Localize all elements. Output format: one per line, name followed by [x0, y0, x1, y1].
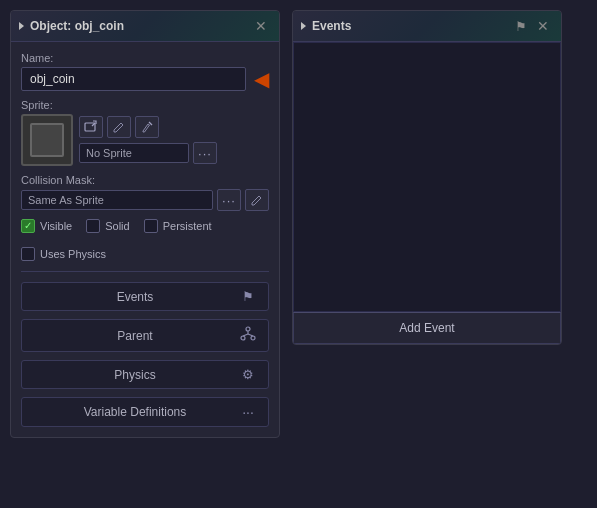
sprite-more-button[interactable]: ··· — [193, 142, 217, 164]
events-panel-title: Events — [301, 19, 351, 33]
object-panel: Object: obj_coin ✕ Name: ◀ Sprite: — [10, 10, 280, 438]
add-event-button[interactable]: Add Event — [293, 312, 561, 344]
collision-mask-input[interactable] — [21, 190, 213, 210]
persistent-label: Persistent — [163, 220, 212, 232]
persistent-checkbox[interactable] — [144, 219, 158, 233]
events-header-flag-icon: ⚑ — [515, 19, 527, 34]
collision-row: ··· — [21, 189, 269, 211]
events-panel-header: Events ⚑ ✕ — [293, 11, 561, 42]
visible-label: Visible — [40, 220, 72, 232]
object-panel-title: Object: obj_coin — [19, 19, 124, 33]
sprite-label: Sprite: — [21, 99, 269, 111]
collision-more-button[interactable]: ··· — [217, 189, 241, 211]
solid-checkbox-item[interactable]: Solid — [86, 219, 129, 233]
object-panel-body: Name: ◀ Sprite: — [11, 42, 279, 437]
persistent-checkbox-item[interactable]: Persistent — [144, 219, 212, 233]
svg-point-3 — [241, 336, 245, 340]
parent-section-button[interactable]: Parent — [21, 319, 269, 352]
add-event-label: Add Event — [399, 321, 454, 335]
variable-definitions-dots-icon: ··· — [238, 404, 258, 420]
physics-gear-icon: ⚙ — [238, 367, 258, 382]
events-list-area — [293, 42, 561, 312]
events-close-button[interactable]: ✕ — [533, 17, 553, 35]
object-title-label: Object: obj_coin — [30, 19, 124, 33]
variable-definitions-section-button[interactable]: Variable Definitions ··· — [21, 397, 269, 427]
svg-line-6 — [243, 334, 248, 336]
solid-checkbox[interactable] — [86, 219, 100, 233]
parent-hierarchy-icon — [238, 326, 258, 345]
object-panel-header: Object: obj_coin ✕ — [11, 11, 279, 42]
uses-physics-label: Uses Physics — [40, 248, 106, 260]
physics-section-button[interactable]: Physics ⚙ — [21, 360, 269, 389]
name-input[interactable] — [21, 67, 246, 91]
sprite-top-row — [79, 116, 217, 138]
svg-line-7 — [248, 334, 253, 336]
sprite-row: ··· — [21, 114, 269, 166]
variable-definitions-button-label: Variable Definitions — [32, 405, 238, 419]
sprite-preview[interactable] — [21, 114, 73, 166]
svg-point-2 — [246, 327, 250, 331]
sprite-name-input[interactable] — [79, 143, 189, 163]
events-title-label: Events — [312, 19, 351, 33]
sprite-name-row: ··· — [79, 142, 217, 164]
parent-button-label: Parent — [32, 329, 238, 343]
divider-1 — [21, 271, 269, 272]
sprite-edit-button[interactable] — [107, 116, 131, 138]
solid-label: Solid — [105, 220, 129, 232]
collision-edit-button[interactable] — [245, 189, 269, 211]
workspace: Object: obj_coin ✕ Name: ◀ Sprite: — [0, 0, 597, 508]
uses-physics-checkbox[interactable] — [21, 247, 35, 261]
collision-label: Collision Mask: — [21, 174, 269, 186]
name-section: Name: ◀ — [21, 52, 269, 91]
visible-checkbox[interactable]: ✓ — [21, 219, 35, 233]
sprite-browse-button[interactable] — [79, 116, 103, 138]
sprite-inner — [30, 123, 64, 157]
events-flag-icon: ⚑ — [238, 289, 258, 304]
events-button-label: Events — [32, 290, 238, 304]
visible-check-mark: ✓ — [24, 221, 32, 231]
sprite-section: Sprite: — [21, 99, 269, 166]
checkbox-row: ✓ Visible Solid Persistent Uses Physics — [21, 219, 269, 261]
uses-physics-checkbox-item[interactable]: Uses Physics — [21, 247, 106, 261]
events-panel: Events ⚑ ✕ Add Event — [292, 10, 562, 345]
name-row: ◀ — [21, 67, 269, 91]
collapse-icon[interactable] — [19, 22, 24, 30]
collision-section: Collision Mask: ··· — [21, 174, 269, 211]
sprite-controls: ··· — [79, 116, 217, 164]
events-section-button[interactable]: Events ⚑ — [21, 282, 269, 311]
events-collapse-icon[interactable] — [301, 22, 306, 30]
svg-point-4 — [251, 336, 255, 340]
visible-checkbox-item[interactable]: ✓ Visible — [21, 219, 72, 233]
physics-button-label: Physics — [32, 368, 238, 382]
arrow-indicator: ◀ — [254, 69, 269, 89]
object-close-button[interactable]: ✕ — [251, 17, 271, 35]
name-label: Name: — [21, 52, 269, 64]
sprite-pen-button[interactable] — [135, 116, 159, 138]
